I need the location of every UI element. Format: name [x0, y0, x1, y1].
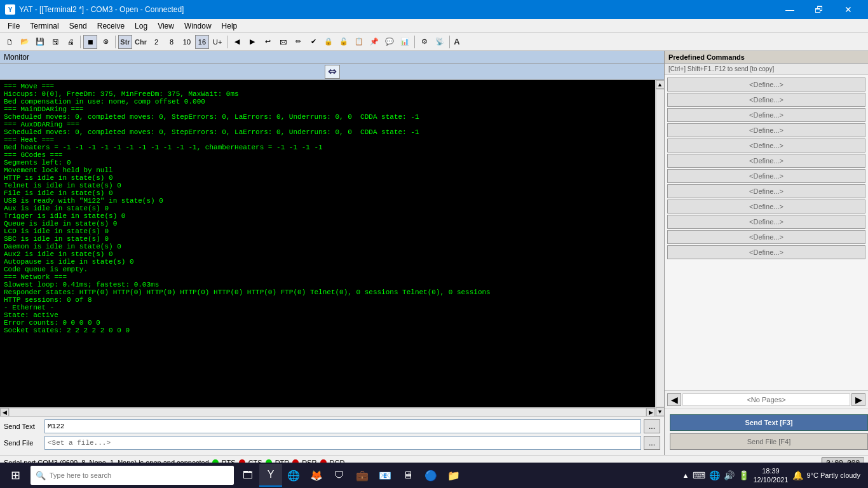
close-button[interactable]: ✕	[834, 0, 863, 19]
tray-battery[interactable]: 🔋	[738, 470, 749, 480]
tb-icon-14[interactable]: 📡	[433, 35, 447, 49]
scroll-right[interactable]: ▶	[646, 408, 655, 417]
separator-3	[227, 36, 227, 48]
tb-icon-3[interactable]: ↩	[261, 35, 275, 49]
app-icon: Y	[5, 4, 15, 15]
taskbar-app-7[interactable]: 🖥	[397, 464, 419, 487]
predef-btn-6[interactable]: <Define...>	[667, 154, 865, 168]
restore-button[interactable]: 🗗	[804, 0, 834, 19]
menu-item-receive[interactable]: Receive	[92, 20, 130, 32]
taskbar-app-4[interactable]: 🛡	[328, 464, 351, 487]
predefined-buttons: <Define...><Define...><Define...><Define…	[665, 75, 868, 390]
open-button[interactable]: 📂	[18, 35, 32, 49]
predef-btn-4[interactable]: <Define...>	[667, 123, 865, 137]
search-bar[interactable]: 🔍	[31, 466, 234, 485]
menu-item-window[interactable]: Window	[179, 20, 217, 32]
send-area: Send Text ... Send File ...	[0, 416, 664, 455]
taskbar-app-3[interactable]: 🦊	[305, 464, 328, 487]
scroll-down[interactable]: ▼	[656, 407, 665, 416]
clock[interactable]: 18:39 12/10/2021	[753, 466, 788, 485]
print-button[interactable]: 🖨	[64, 35, 78, 49]
tb-icon-1[interactable]: ◀	[230, 35, 244, 49]
page-prev[interactable]: ◀	[667, 393, 681, 406]
radix-10[interactable]: 10	[180, 35, 194, 49]
menu-item-send[interactable]: Send	[64, 20, 92, 32]
pages-label: <No Pages>	[682, 393, 850, 406]
send-file-button[interactable]: Send File [F4]	[670, 433, 868, 450]
tb-icon-9[interactable]: 📋	[352, 35, 366, 49]
search-input[interactable]	[50, 471, 229, 479]
scroll-left[interactable]: ◀	[0, 408, 9, 417]
minimize-button[interactable]: —	[775, 0, 804, 19]
taskbar-app-1[interactable]: Y	[259, 464, 282, 487]
new-button[interactable]: 🗋	[3, 35, 17, 49]
predef-btn-8[interactable]: <Define...>	[667, 184, 865, 198]
tb-icon-4[interactable]: 🖂	[276, 35, 290, 49]
menu-item-help[interactable]: Help	[217, 20, 243, 32]
predef-btn-10[interactable]: <Define...>	[667, 215, 865, 229]
predef-btn-1[interactable]: <Define...>	[667, 78, 865, 92]
tb-icon-12[interactable]: 📊	[398, 35, 412, 49]
predef-btn-3[interactable]: <Define...>	[667, 108, 865, 122]
tray-chevron[interactable]: ▲	[682, 471, 689, 479]
send-file-dots[interactable]: ...	[644, 436, 660, 450]
taskbar-app-5[interactable]: 💼	[351, 464, 374, 487]
menu-item-terminal[interactable]: Terminal	[25, 20, 64, 32]
tb-icon-13[interactable]: ⚙	[417, 35, 431, 49]
str-label[interactable]: Str	[118, 35, 132, 49]
separator-5	[449, 36, 450, 48]
page-next[interactable]: ▶	[851, 393, 865, 406]
send-text-dots[interactable]: ...	[644, 419, 660, 433]
radix-8[interactable]: 8	[165, 35, 179, 49]
send-text-button[interactable]: Send Text [F3]	[670, 414, 868, 431]
save-as-button[interactable]: 🖫	[48, 35, 62, 49]
send-file-label: Send File	[4, 439, 42, 447]
predef-btn-2[interactable]: <Define...>	[667, 93, 865, 107]
send-text-input[interactable]	[44, 419, 641, 433]
menu-item-view[interactable]: View	[153, 20, 179, 32]
window-title: YAT - [[Terminal2 *] - COM3 - Open - Con…	[19, 5, 184, 14]
unicode-btn[interactable]: U+	[210, 35, 224, 49]
start-button[interactable]: ⊞	[3, 464, 28, 487]
radix-2[interactable]: 2	[149, 35, 163, 49]
radix-16[interactable]: 16	[195, 35, 209, 49]
task-view-button[interactable]: 🗔	[236, 464, 259, 487]
monitor-swap-icon[interactable]: ⇔	[325, 65, 340, 79]
tray-action-center[interactable]: 🔔	[792, 470, 803, 480]
tb-icon-10[interactable]: 📌	[367, 35, 381, 49]
send-file-input[interactable]	[44, 436, 641, 450]
menu-item-file[interactable]: File	[3, 20, 25, 32]
monitor-panel: Monitor ⇔ === Move === Hiccups: 0(0), Fr…	[0, 51, 665, 455]
predef-btn-11[interactable]: <Define...>	[667, 230, 865, 244]
toolbar: 🗋 📂 💾 🖫 🖨 ⏹ ⊗ Str Chr 2 8 10 16 U+ ◀ ▶ ↩…	[0, 33, 868, 51]
stop-button[interactable]: ⏹	[83, 35, 97, 49]
h-scroll-track[interactable]	[9, 408, 646, 417]
scroll-up[interactable]: ▲	[656, 80, 665, 89]
predef-btn-9[interactable]: <Define...>	[667, 200, 865, 214]
tb-icon-6[interactable]: ✔	[306, 35, 320, 49]
predef-btn-12[interactable]: <Define...>	[667, 245, 865, 259]
monitor-body: === Move === Hiccups: 0(0), FreeDm: 375,…	[0, 80, 664, 416]
tray-network[interactable]: 🌐	[709, 470, 720, 480]
tray-speaker[interactable]: 🔊	[724, 470, 735, 480]
menubar: FileTerminalSendReceiveLogViewWindowHelp	[0, 19, 868, 33]
tb-icon-11[interactable]: 💬	[383, 35, 397, 49]
send-text-row: Send Text ...	[4, 419, 660, 433]
vertical-scrollbar: ▲ ▼	[655, 80, 664, 416]
taskbar-app-6[interactable]: 📧	[374, 464, 397, 487]
taskbar-app-2[interactable]: 🌐	[282, 464, 305, 487]
separator-2	[115, 36, 116, 48]
tb-icon-7[interactable]: 🔒	[322, 35, 336, 49]
save-button[interactable]: 💾	[33, 35, 47, 49]
predef-btn-7[interactable]: <Define...>	[667, 169, 865, 183]
menu-item-log[interactable]: Log	[130, 20, 153, 32]
send-text-label: Send Text	[4, 423, 42, 430]
stop2-button[interactable]: ⊗	[98, 35, 112, 49]
v-scroll-track[interactable]	[656, 89, 665, 407]
tb-icon-2[interactable]: ▶	[245, 35, 259, 49]
tb-icon-5[interactable]: ✏	[291, 35, 305, 49]
taskbar-app-9[interactable]: 📁	[442, 464, 465, 487]
predef-btn-5[interactable]: <Define...>	[667, 139, 865, 152]
tb-icon-8[interactable]: 🔓	[337, 35, 351, 49]
taskbar-app-8[interactable]: 🔵	[419, 464, 442, 487]
